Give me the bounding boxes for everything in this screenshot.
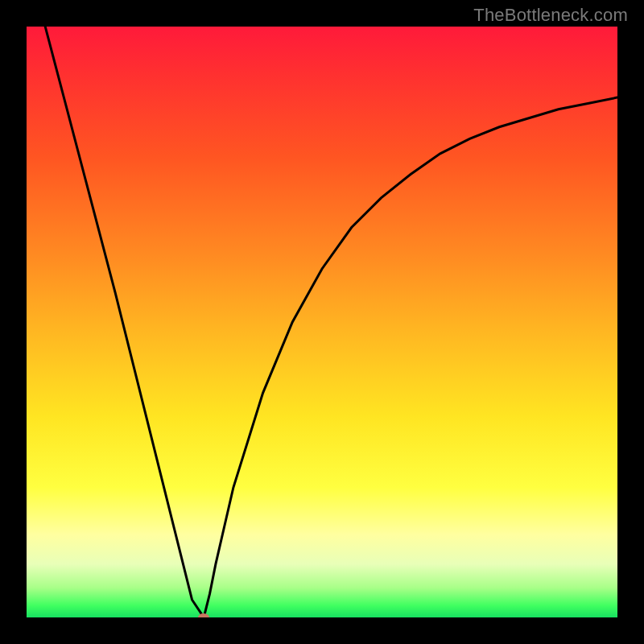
- watermark-text: TheBottleneck.com: [473, 5, 628, 26]
- plot-area: [27, 27, 617, 617]
- optimum-marker: [198, 613, 209, 617]
- bottleneck-curve: [27, 27, 617, 617]
